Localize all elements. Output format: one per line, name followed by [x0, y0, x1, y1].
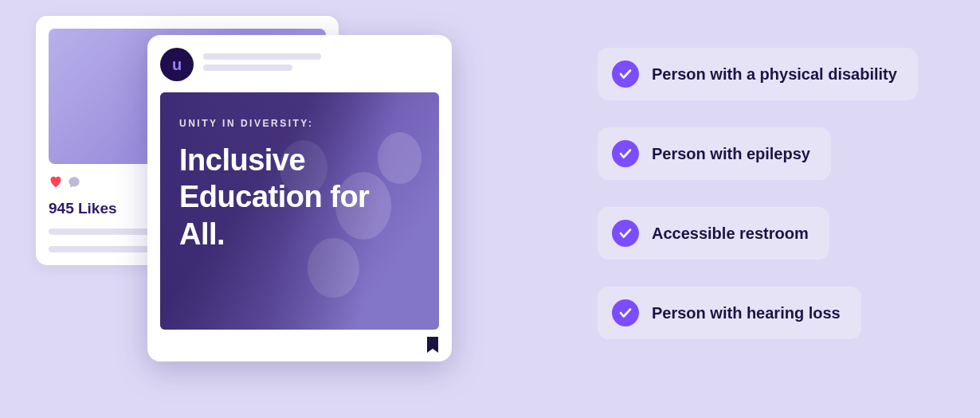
avatar[interactable]: u — [160, 48, 194, 81]
chip-label: Person with a physical disability — [652, 65, 897, 84]
hero-headline: Inclusive Education for All. — [179, 142, 420, 252]
header-skeleton — [203, 53, 439, 76]
hero-eyebrow: UNITY IN DIVERSITY: — [179, 118, 420, 129]
chip-hearing-loss[interactable]: Person with hearing loss — [598, 287, 861, 339]
chip-label: Person with hearing loss — [652, 304, 841, 322]
hero-text: UNITY IN DIVERSITY: Inclusive Education … — [179, 118, 420, 252]
check-icon — [612, 299, 639, 326]
post-hero-image: UNITY IN DIVERSITY: Inclusive Education … — [160, 92, 439, 330]
skeleton-line — [203, 53, 321, 60]
check-icon — [612, 220, 639, 247]
chip-epilepsy[interactable]: Person with epilepsy — [598, 127, 831, 180]
bookmark-icon[interactable] — [426, 336, 439, 354]
comment-icon[interactable] — [68, 176, 80, 192]
post-header: u — [160, 48, 439, 81]
social-post-card-front: u UNITY IN DIVERSITY: Inclusive Educatio… — [147, 35, 452, 361]
chip-label: Accessible restroom — [652, 225, 809, 243]
skeleton-line — [203, 64, 292, 71]
post-footer — [160, 330, 439, 354]
heart-icon[interactable] — [49, 175, 63, 192]
chip-physical-disability[interactable]: Person with a physical disability — [598, 48, 918, 100]
chip-accessible-restroom[interactable]: Accessible restroom — [598, 207, 829, 260]
avatar-initial: u — [172, 56, 182, 74]
inclusion-chips-list: Person with a physical disability Person… — [510, 48, 956, 366]
check-icon — [612, 61, 639, 88]
check-icon — [612, 140, 639, 167]
chip-label: Person with epilepsy — [652, 145, 810, 163]
